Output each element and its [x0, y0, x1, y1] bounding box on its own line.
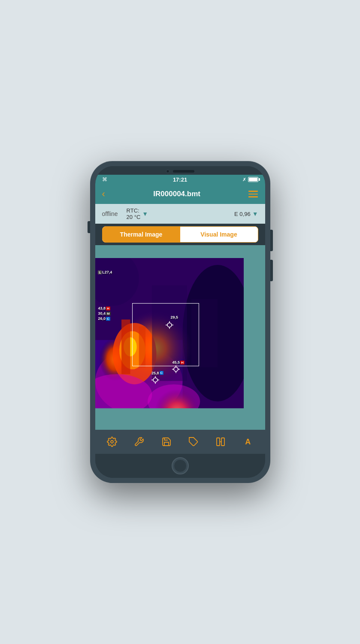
svg-point-28: [153, 378, 157, 382]
camera: [166, 170, 169, 173]
speaker: [173, 170, 194, 173]
crosshair-C2-icon: [151, 376, 159, 384]
bluetooth-icon: ✗: [242, 177, 246, 182]
save-button[interactable]: [159, 434, 174, 450]
offline-status: offline: [102, 210, 118, 217]
info-bar: offline RTC: 20 °C ▼ E 0,96 ▼: [95, 204, 265, 224]
thermal-display[interactable]: L L27,4 43,8 H 30,4 M: [95, 245, 265, 430]
svg-rect-12: [121, 319, 130, 374]
battery-icon: [248, 177, 258, 182]
menu-line-2: [248, 194, 258, 195]
measurement-stack: 43,8 H 30,4 M 26,0 C: [98, 306, 110, 321]
measurement-H2-area: 45,5 H: [172, 360, 184, 375]
power-button[interactable]: [270, 230, 273, 251]
settings-button[interactable]: [104, 434, 120, 450]
tools-button[interactable]: [131, 434, 147, 450]
camera-area: [166, 170, 194, 173]
tab-thermal-image[interactable]: Thermal Image: [103, 227, 180, 242]
status-left: ⌘: [102, 176, 107, 182]
back-button[interactable]: ‹: [102, 188, 105, 200]
measurement-rect: [132, 303, 199, 366]
emissivity-dropdown-icon: ▼: [252, 210, 258, 217]
bottom-toolbar: A: [95, 430, 265, 454]
emissivity-value: E 0,96: [234, 211, 251, 217]
auto-button[interactable]: A: [240, 434, 256, 450]
meas-C2: 25,8 C: [151, 371, 163, 375]
rtc-container[interactable]: RTC: 20 °C ▼: [127, 207, 148, 220]
tab-visual-image[interactable]: Visual Image: [180, 227, 258, 242]
image-container: L L27,4 43,8 H 30,4 M: [95, 245, 265, 430]
menu-line-1: [248, 191, 258, 192]
crosshair-H2-icon: [172, 365, 180, 373]
svg-point-23: [174, 367, 178, 371]
status-right: ✗: [242, 177, 258, 182]
rtc-label: RTC: 20 °C: [127, 207, 141, 220]
svg-point-18: [167, 323, 172, 327]
header-title: IR000004.bmt: [153, 190, 200, 198]
app-header: ‹ IR000004.bmt: [95, 184, 265, 204]
status-bar: ⌘ 17:21 ✗: [95, 175, 265, 184]
home-button-area: [95, 454, 265, 478]
menu-line-3: [248, 196, 258, 197]
phone-frame: ⌘ 17:21 ✗ ‹ IR000004.bmt: [90, 161, 270, 483]
battery-fill: [249, 178, 257, 181]
phone-screen: ⌘ 17:21 ✗ ‹ IR000004.bmt: [95, 166, 265, 478]
svg-rect-36: [221, 438, 224, 446]
tools-wrench-icon: [134, 437, 144, 447]
measurement-L: L L27,4: [98, 270, 112, 274]
status-time: 17:21: [173, 176, 187, 183]
power-button-2[interactable]: [270, 260, 273, 281]
app-screen: ‹ IR000004.bmt offline RTC: 20 °C ▼: [95, 184, 265, 454]
meas-C1: 26,0 C: [98, 316, 110, 321]
meas-H2: 45,5 H: [172, 360, 184, 365]
thermal-canvas: L L27,4 43,8 H 30,4 M: [95, 258, 244, 408]
home-button-inner: [174, 459, 187, 472]
hamburger-menu-button[interactable]: [248, 191, 258, 197]
emissivity-container[interactable]: E 0,96 ▼: [234, 210, 258, 217]
settings-gear-icon: [107, 437, 117, 447]
wifi-icon: ⌘: [102, 176, 107, 182]
phone-top: [95, 166, 265, 175]
image-type-tabs: Thermal Image Visual Image: [102, 226, 258, 243]
compare-icon: [215, 437, 226, 447]
volume-button[interactable]: [88, 221, 90, 233]
meas-M: 30,4 M: [98, 311, 110, 316]
save-disk-icon: [161, 437, 172, 447]
svg-rect-35: [217, 438, 220, 446]
rtc-dropdown-icon: ▼: [142, 210, 148, 217]
measurement-C2-area: 25,8 C: [151, 371, 163, 386]
tag-button[interactable]: [186, 434, 201, 450]
svg-point-33: [111, 440, 113, 443]
meas-H1: 43,8 H: [98, 306, 110, 310]
crosshair-center-icon: [166, 321, 173, 329]
crosshair-center: 29,5: [166, 321, 173, 331]
home-button[interactable]: [172, 457, 189, 474]
compare-button[interactable]: [213, 434, 228, 450]
tag-icon: [188, 437, 199, 447]
